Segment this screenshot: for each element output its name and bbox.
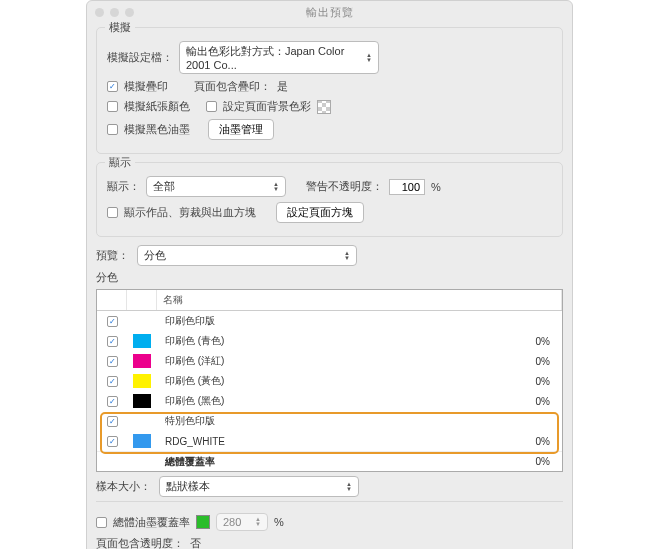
row-name: 特別色印版 — [157, 414, 512, 428]
sample-label: 樣本大小： — [96, 479, 151, 494]
row-name: 印刷色 (青色) — [157, 334, 512, 348]
tac-value: 280 — [223, 516, 241, 528]
tac-value-select[interactable]: 280 ▲▼ — [216, 513, 268, 531]
art-checkbox[interactable] — [107, 207, 118, 218]
display-section: 顯示 顯示： 全部 ▲▼ 警告不透明度： % 顯示作品、剪裁與出血方塊 設定頁面… — [96, 162, 563, 237]
chevron-updown-icon: ▲▼ — [346, 482, 352, 492]
black-ink-label: 模擬黑色油墨 — [124, 122, 190, 137]
warn-label: 警告不透明度： — [306, 179, 383, 194]
overprint-checkbox[interactable]: ✓ — [107, 81, 118, 92]
output-preview-window: 輸出預覽 模擬 模擬設定檔： 輸出色彩比對方式：Japan Color 2001… — [86, 0, 573, 549]
bg-color-swatch[interactable] — [317, 100, 331, 114]
warn-unit: % — [431, 181, 441, 193]
show-select[interactable]: 全部 ▲▼ — [146, 176, 286, 197]
tac-label: 總體油墨覆蓋率 — [113, 515, 190, 530]
sample-select[interactable]: 點狀樣本 ▲▼ — [159, 476, 359, 497]
profile-value: 輸出色彩比對方式：Japan Color 2001 Co... — [186, 44, 360, 71]
table-row[interactable]: ✓特別色印版 — [97, 411, 562, 431]
table-row[interactable]: ✓RDG_WHITE0% — [97, 431, 562, 451]
row-pct: 0% — [512, 356, 562, 367]
overprint-label: 模擬疊印 — [124, 79, 168, 94]
col-name: 名稱 — [157, 290, 562, 310]
table-row[interactable]: ✓印刷色印版 — [97, 311, 562, 331]
sample-value: 點狀樣本 — [166, 479, 210, 494]
row-checkbox[interactable]: ✓ — [107, 356, 118, 367]
row-name: 印刷色 (黃色) — [157, 374, 512, 388]
total-label: 總體覆蓋率 — [157, 455, 512, 469]
show-value: 全部 — [153, 179, 175, 194]
tac-unit: % — [274, 516, 284, 528]
row-pct: 0% — [512, 336, 562, 347]
preview-label: 預覽： — [96, 248, 129, 263]
page-overprint-label: 頁面包含疊印： — [194, 79, 271, 94]
chevron-updown-icon: ▲▼ — [273, 182, 279, 192]
chevron-updown-icon: ▲▼ — [366, 53, 372, 63]
row-checkbox[interactable]: ✓ — [107, 336, 118, 347]
titlebar: 輸出預覽 — [87, 1, 572, 23]
chevron-updown-icon: ▲▼ — [255, 517, 261, 527]
set-page-box-button[interactable]: 設定頁面方塊 — [276, 202, 364, 223]
row-checkbox[interactable]: ✓ — [107, 376, 118, 387]
row-checkbox[interactable]: ✓ — [107, 316, 118, 327]
table-row[interactable]: ✓印刷色 (黃色)0% — [97, 371, 562, 391]
display-title: 顯示 — [105, 155, 135, 170]
row-name: 印刷色 (黑色) — [157, 394, 512, 408]
color-swatch — [133, 314, 151, 328]
row-pct: 0% — [512, 376, 562, 387]
table-header: 名稱 — [97, 290, 562, 311]
color-swatch — [133, 334, 151, 348]
color-swatch — [133, 354, 151, 368]
row-name: 印刷色 (洋紅) — [157, 354, 512, 368]
warn-opacity-field[interactable] — [389, 179, 425, 195]
table-row[interactable]: ✓印刷色 (黑色)0% — [97, 391, 562, 411]
row-pct: 0% — [512, 436, 562, 447]
transparency-value: 否 — [190, 536, 201, 549]
sample-row: 樣本大小： 點狀樣本 ▲▼ — [96, 476, 563, 497]
separations-title: 分色 — [96, 270, 118, 285]
color-swatch — [133, 394, 151, 408]
color-swatch — [133, 434, 151, 448]
row-pct: 0% — [512, 396, 562, 407]
tac-checkbox[interactable] — [96, 517, 107, 528]
page-overprint-value: 是 — [277, 79, 288, 94]
black-ink-checkbox[interactable] — [107, 124, 118, 135]
table-row[interactable]: ✓印刷色 (青色)0% — [97, 331, 562, 351]
row-name: 印刷色印版 — [157, 314, 512, 328]
preview-row: 預覽： 分色 ▲▼ — [96, 245, 563, 266]
simulate-title: 模擬 — [105, 20, 135, 35]
preview-value: 分色 — [144, 248, 166, 263]
row-checkbox[interactable]: ✓ — [107, 436, 118, 447]
bg-label: 設定頁面背景色彩 — [223, 99, 311, 114]
simulate-section: 模擬 模擬設定檔： 輸出色彩比對方式：Japan Color 2001 Co..… — [96, 27, 563, 154]
separations-table: 名稱 ✓印刷色印版✓印刷色 (青色)0%✓印刷色 (洋紅)0%✓印刷色 (黃色)… — [96, 289, 563, 472]
bg-checkbox[interactable] — [206, 101, 217, 112]
transparency-label: 頁面包含透明度： — [96, 536, 184, 549]
row-name: RDG_WHITE — [157, 436, 512, 447]
chevron-updown-icon: ▲▼ — [344, 251, 350, 261]
total-value: 0% — [512, 456, 562, 467]
profile-label: 模擬設定檔： — [107, 50, 173, 65]
art-label: 顯示作品、剪裁與出血方塊 — [124, 205, 256, 220]
show-label: 顯示： — [107, 179, 140, 194]
paper-checkbox[interactable] — [107, 101, 118, 112]
ink-management-button[interactable]: 油墨管理 — [208, 119, 274, 140]
window-title: 輸出預覽 — [87, 5, 572, 20]
row-checkbox[interactable]: ✓ — [107, 416, 118, 427]
table-row[interactable]: ✓印刷色 (洋紅)0% — [97, 351, 562, 371]
row-checkbox[interactable]: ✓ — [107, 396, 118, 407]
tac-color-swatch[interactable] — [196, 515, 210, 529]
paper-label: 模擬紙張顏色 — [124, 99, 190, 114]
preview-select[interactable]: 分色 ▲▼ — [137, 245, 357, 266]
profile-select[interactable]: 輸出色彩比對方式：Japan Color 2001 Co... ▲▼ — [179, 41, 379, 74]
color-swatch — [133, 374, 151, 388]
